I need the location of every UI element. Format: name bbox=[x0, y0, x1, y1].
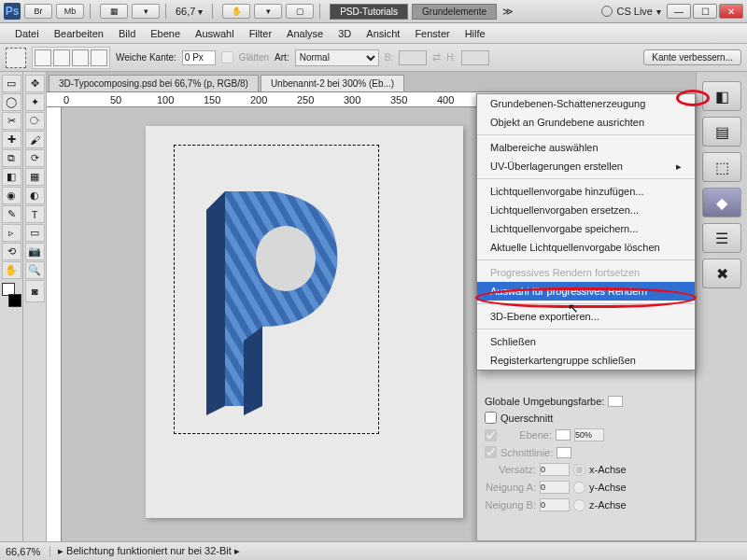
menu-close-group[interactable]: Registerkartengruppe schließen bbox=[477, 351, 695, 370]
menu-3d[interactable]: 3D bbox=[331, 25, 359, 42]
marquee-tool[interactable]: ▭ bbox=[2, 75, 21, 92]
env-color-swatch[interactable] bbox=[608, 396, 623, 407]
workspace-tab-2[interactable]: Grundelemente bbox=[412, 4, 497, 20]
3d-camera-tool[interactable]: 📷 bbox=[25, 243, 45, 260]
menu-filter[interactable]: Filter bbox=[242, 25, 279, 42]
hand-tool[interactable]: ✋ bbox=[2, 261, 21, 279]
quickmask-button[interactable]: ◙ bbox=[25, 280, 45, 302]
stamp-tool[interactable]: ⧉ bbox=[2, 149, 21, 167]
menu-uv-overlay: UV-Überlagerungen erstellen▸ bbox=[477, 157, 695, 175]
status-message: ▸ Belichtung funktioniert nur bei 32-Bit… bbox=[58, 545, 240, 557]
minimize-button[interactable]: — bbox=[667, 4, 691, 19]
active-tool-icon[interactable] bbox=[6, 48, 26, 68]
more-workspaces[interactable]: ≫ bbox=[502, 6, 514, 18]
cross-section-label: Querschnitt bbox=[500, 413, 553, 424]
intersect-label: Schnittlinie: bbox=[500, 447, 553, 458]
menu-select-paint[interactable]: Malbereiche auswählen bbox=[477, 138, 695, 157]
height-label: H: bbox=[446, 52, 456, 63]
minibridge-button[interactable]: Mb bbox=[56, 4, 84, 19]
panel-adjust[interactable]: ⬚ bbox=[702, 152, 741, 182]
docs-button[interactable]: ▾ bbox=[254, 4, 282, 19]
menu-save-lights[interactable]: Lichtquellenvorgabe speichern... bbox=[477, 219, 695, 238]
tiltA-label: Neigung A: bbox=[485, 482, 536, 493]
menu-fenster[interactable]: Fenster bbox=[407, 25, 457, 42]
menu-bild[interactable]: Bild bbox=[111, 25, 143, 42]
screen-button[interactable]: ▢ bbox=[286, 4, 314, 19]
move-tool[interactable]: ✥ bbox=[25, 75, 45, 92]
brush-tool[interactable]: 🖌 bbox=[25, 131, 45, 148]
menu-replace-lights[interactable]: Lichtquellenvorgaben ersetzen... bbox=[477, 201, 695, 219]
sel-add[interactable] bbox=[53, 49, 70, 66]
cross-section-check[interactable] bbox=[485, 412, 497, 424]
menu-ansicht[interactable]: Ansicht bbox=[359, 25, 407, 42]
menu-progressive-render-selection[interactable]: Auswahl für progressives Rendern bbox=[477, 282, 695, 301]
wand-tool[interactable]: ✦ bbox=[25, 93, 45, 111]
sel-new[interactable] bbox=[35, 49, 51, 66]
lasso-tool[interactable]: ◯ bbox=[2, 93, 21, 111]
menu-hilfe[interactable]: Hilfe bbox=[458, 25, 493, 42]
toolbox-col2: ✥ ✦ ⧂ 🖌 ⟳ ▦ ◐ T ▭ 📷 🔍 ◙ bbox=[23, 72, 47, 541]
menu-resume-render: Progressives Rendern fortsetzen bbox=[477, 263, 695, 282]
maximize-button[interactable]: ☐ bbox=[693, 4, 717, 19]
panel-swatches[interactable]: ▤ bbox=[702, 117, 741, 147]
layout-dd[interactable]: ▾ bbox=[132, 4, 160, 19]
menu-ground-shadow[interactable]: Grundebenen-Schattenerzeugung bbox=[477, 94, 695, 113]
pen-tool[interactable]: ✎ bbox=[2, 205, 21, 223]
selection-mode-group bbox=[32, 47, 110, 69]
menu-add-lights[interactable]: Lichtquellenvorgabe hinzufügen... bbox=[477, 182, 695, 201]
healing-tool[interactable]: ✚ bbox=[2, 131, 21, 148]
menu-ebene[interactable]: Ebene bbox=[143, 25, 188, 42]
gradient-tool[interactable]: ▦ bbox=[25, 168, 45, 186]
3d-rotate-tool[interactable]: ⟲ bbox=[2, 243, 21, 260]
offset-label: Versatz: bbox=[485, 464, 536, 475]
color-swatches[interactable] bbox=[2, 283, 21, 307]
panel-tools[interactable]: ✖ bbox=[702, 259, 741, 288]
sel-sub[interactable] bbox=[72, 49, 89, 66]
panel-dock: ◧ ▤ ⬚ ◆ ☰ ✖ bbox=[696, 72, 747, 541]
doc-tab-1[interactable]: 3D-Typocomposing.psd bei 66,7% (p, RGB/8… bbox=[49, 75, 259, 91]
path-tool[interactable]: ▹ bbox=[2, 224, 21, 242]
menu-auswahl[interactable]: Auswahl bbox=[188, 25, 242, 42]
menu-delete-lights[interactable]: Aktuelle Lichtquellenvorgabe löschen bbox=[477, 238, 695, 257]
zoom-tool[interactable]: 🔍 bbox=[25, 261, 45, 279]
sel-int[interactable] bbox=[91, 49, 107, 66]
style-select[interactable]: Normal bbox=[295, 49, 379, 66]
blur-tool[interactable]: ◉ bbox=[2, 187, 21, 204]
dodge-tool[interactable]: ◐ bbox=[25, 187, 45, 204]
zoom-label[interactable]: 66,7 ▾ bbox=[176, 6, 203, 17]
antialias-label: Glätten bbox=[239, 52, 269, 63]
panel-3d[interactable]: ◆ bbox=[702, 188, 741, 217]
hand-button[interactable]: ✋ bbox=[222, 4, 250, 19]
tiltB-input bbox=[540, 498, 570, 511]
shape-tool[interactable]: ▭ bbox=[25, 224, 45, 242]
panel-layers[interactable]: ☰ bbox=[702, 223, 741, 253]
menu-close-panel[interactable]: Schließen bbox=[477, 332, 695, 351]
plane-opacity bbox=[574, 428, 604, 441]
app-icon: Ps bbox=[4, 3, 21, 20]
bridge-button[interactable]: Br bbox=[24, 4, 52, 19]
width-input bbox=[399, 50, 427, 65]
feather-input[interactable] bbox=[182, 50, 216, 65]
menu-export-3d[interactable]: 3D-Ebene exportieren... bbox=[477, 307, 695, 326]
width-label: B: bbox=[385, 52, 393, 63]
status-zoom[interactable]: 66,67% bbox=[6, 546, 50, 557]
type-tool[interactable]: T bbox=[25, 205, 45, 223]
menu-datei[interactable]: Datei bbox=[7, 25, 47, 42]
doc-tab-2[interactable]: Unbenannt-2 bei 300% (Eb...) bbox=[261, 75, 404, 91]
workspace-tab-1[interactable]: PSD-Tutorials bbox=[330, 4, 408, 20]
history-tool[interactable]: ⟳ bbox=[25, 149, 45, 167]
toolbox-col1: ▭ ◯ ✂ ✚ ⧉ ◧ ◉ ✎ ▹ ⟲ ✋ bbox=[0, 72, 23, 541]
menu-analyse[interactable]: Analyse bbox=[279, 25, 331, 42]
plane-label: Ebene: bbox=[500, 429, 552, 441]
height-input bbox=[461, 50, 489, 65]
statusbar: 66,67% ▸ Belichtung funktioniert nur bei… bbox=[0, 541, 747, 560]
crop-tool[interactable]: ✂ bbox=[2, 112, 21, 130]
menu-bearbeiten[interactable]: Bearbeiten bbox=[47, 25, 111, 42]
close-button[interactable]: ✕ bbox=[719, 4, 743, 19]
layout-button[interactable]: ▦ bbox=[100, 4, 128, 19]
refine-edge-button[interactable]: Kante verbessern... bbox=[643, 49, 741, 65]
cslive[interactable]: CS Live ▾ bbox=[601, 6, 661, 17]
eyedropper-tool[interactable]: ⧂ bbox=[25, 112, 45, 130]
menu-snap-ground[interactable]: Objekt an Grundebene ausrichten bbox=[477, 113, 695, 132]
eraser-tool[interactable]: ◧ bbox=[2, 168, 21, 186]
